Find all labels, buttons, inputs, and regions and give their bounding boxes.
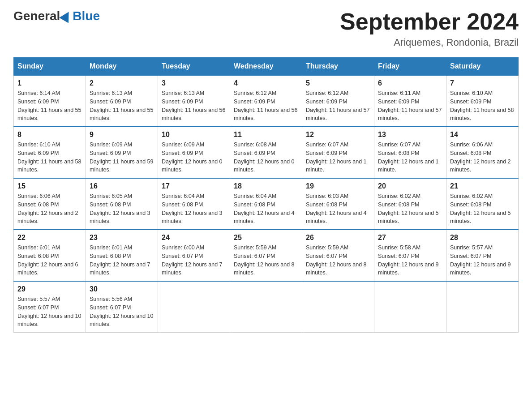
day-info: Sunrise: 6:05 AM Sunset: 6:08 PM Dayligh… [90,192,154,226]
day-info: Sunrise: 6:10 AM Sunset: 6:09 PM Dayligh… [17,141,82,174]
day-info: Sunrise: 6:01 AM Sunset: 6:08 PM Dayligh… [17,244,82,277]
day-info: Sunrise: 5:58 AM Sunset: 6:07 PM Dayligh… [378,244,442,277]
day-info: Sunrise: 6:06 AM Sunset: 6:08 PM Dayligh… [450,141,515,174]
day-info: Sunrise: 6:14 AM Sunset: 6:09 PM Dayligh… [17,89,82,123]
day-info: Sunrise: 5:59 AM Sunset: 6:07 PM Dayligh… [234,244,298,277]
day-cell: 26 Sunrise: 5:59 AM Sunset: 6:07 PM Dayl… [302,230,374,281]
calendar-subtitle: Ariquemes, Rondonia, Brazil [340,37,519,48]
day-number: 23 [90,234,154,242]
day-cell: 1 Sunrise: 6:14 AM Sunset: 6:09 PM Dayli… [14,75,86,127]
day-info: Sunrise: 6:09 AM Sunset: 6:09 PM Dayligh… [162,141,226,174]
day-number: 15 [17,182,82,190]
day-cell: 23 Sunrise: 6:01 AM Sunset: 6:08 PM Dayl… [86,230,158,281]
col-tuesday: Tuesday [158,58,230,76]
day-cell: 30 Sunrise: 5:56 AM Sunset: 6:07 PM Dayl… [86,281,158,333]
day-cell [302,281,374,333]
day-cell: 22 Sunrise: 6:01 AM Sunset: 6:08 PM Dayl… [14,230,86,281]
day-info: Sunrise: 6:12 AM Sunset: 6:09 PM Dayligh… [234,89,298,123]
day-cell: 8 Sunrise: 6:10 AM Sunset: 6:09 PM Dayli… [14,127,86,178]
day-number: 13 [378,131,442,139]
day-info: Sunrise: 6:07 AM Sunset: 6:08 PM Dayligh… [378,141,442,174]
day-cell: 7 Sunrise: 6:10 AM Sunset: 6:09 PM Dayli… [446,75,519,127]
day-number: 7 [450,79,515,87]
day-info: Sunrise: 5:59 AM Sunset: 6:07 PM Dayligh… [306,244,370,277]
day-cell: 18 Sunrise: 6:04 AM Sunset: 6:08 PM Dayl… [230,178,302,230]
day-number: 30 [90,285,154,293]
day-cell: 16 Sunrise: 6:05 AM Sunset: 6:08 PM Dayl… [86,178,158,230]
col-friday: Friday [374,58,446,76]
day-number: 29 [17,285,82,293]
day-number: 4 [234,79,298,87]
col-saturday: Saturday [446,58,519,76]
title-area: September 2024 Ariquemes, Rondonia, Braz… [340,9,519,48]
week-row-4: 22 Sunrise: 6:01 AM Sunset: 6:08 PM Dayl… [14,230,519,281]
day-number: 27 [378,234,442,242]
day-number: 1 [17,79,82,87]
day-number: 9 [90,131,154,139]
logo-blue-text: Blue [73,9,100,23]
day-cell [374,281,446,333]
day-info: Sunrise: 6:12 AM Sunset: 6:09 PM Dayligh… [306,89,370,123]
day-cell: 10 Sunrise: 6:09 AM Sunset: 6:09 PM Dayl… [158,127,230,178]
day-number: 22 [17,234,82,242]
week-row-1: 1 Sunrise: 6:14 AM Sunset: 6:09 PM Dayli… [14,75,519,127]
day-cell: 28 Sunrise: 5:57 AM Sunset: 6:07 PM Dayl… [446,230,519,281]
day-number: 28 [450,234,515,242]
day-number: 16 [90,182,154,190]
day-number: 20 [378,182,442,190]
day-number: 3 [162,79,226,87]
day-info: Sunrise: 6:04 AM Sunset: 6:08 PM Dayligh… [234,192,298,226]
day-cell: 19 Sunrise: 6:03 AM Sunset: 6:08 PM Dayl… [302,178,374,230]
week-row-2: 8 Sunrise: 6:10 AM Sunset: 6:09 PM Dayli… [14,127,519,178]
day-cell: 9 Sunrise: 6:09 AM Sunset: 6:09 PM Dayli… [86,127,158,178]
day-info: Sunrise: 6:06 AM Sunset: 6:08 PM Dayligh… [17,192,82,226]
day-cell: 21 Sunrise: 6:02 AM Sunset: 6:08 PM Dayl… [446,178,519,230]
day-info: Sunrise: 6:02 AM Sunset: 6:08 PM Dayligh… [450,192,515,226]
col-thursday: Thursday [302,58,374,76]
logo: General Blue [13,9,100,23]
day-number: 26 [306,234,370,242]
day-number: 21 [450,182,515,190]
day-info: Sunrise: 5:57 AM Sunset: 6:07 PM Dayligh… [17,295,82,329]
logo-triangle-icon [59,9,73,23]
day-cell: 13 Sunrise: 6:07 AM Sunset: 6:08 PM Dayl… [374,127,446,178]
day-cell [158,281,230,333]
day-cell: 15 Sunrise: 6:06 AM Sunset: 6:08 PM Dayl… [14,178,86,230]
day-cell: 11 Sunrise: 6:08 AM Sunset: 6:09 PM Dayl… [230,127,302,178]
col-sunday: Sunday [14,58,86,76]
day-number: 2 [90,79,154,87]
day-info: Sunrise: 6:11 AM Sunset: 6:09 PM Dayligh… [378,89,442,123]
header: General Blue September 2024 Ariquemes, R… [13,9,519,48]
day-number: 18 [234,182,298,190]
day-number: 6 [378,79,442,87]
day-cell: 3 Sunrise: 6:13 AM Sunset: 6:09 PM Dayli… [158,75,230,127]
week-row-5: 29 Sunrise: 5:57 AM Sunset: 6:07 PM Dayl… [14,281,519,333]
day-cell: 29 Sunrise: 5:57 AM Sunset: 6:07 PM Dayl… [14,281,86,333]
day-number: 8 [17,131,82,139]
day-number: 24 [162,234,226,242]
header-row: Sunday Monday Tuesday Wednesday Thursday… [14,58,519,76]
day-cell: 4 Sunrise: 6:12 AM Sunset: 6:09 PM Dayli… [230,75,302,127]
day-cell: 14 Sunrise: 6:06 AM Sunset: 6:08 PM Dayl… [446,127,519,178]
day-cell [230,281,302,333]
day-cell: 2 Sunrise: 6:13 AM Sunset: 6:09 PM Dayli… [86,75,158,127]
day-info: Sunrise: 6:07 AM Sunset: 6:09 PM Dayligh… [306,141,370,174]
calendar-title: September 2024 [340,9,519,34]
col-monday: Monday [86,58,158,76]
day-info: Sunrise: 5:56 AM Sunset: 6:07 PM Dayligh… [90,295,154,329]
day-number: 19 [306,182,370,190]
day-number: 10 [162,131,226,139]
day-cell: 24 Sunrise: 6:00 AM Sunset: 6:07 PM Dayl… [158,230,230,281]
day-info: Sunrise: 6:01 AM Sunset: 6:08 PM Dayligh… [90,244,154,277]
day-cell: 12 Sunrise: 6:07 AM Sunset: 6:09 PM Dayl… [302,127,374,178]
day-cell [446,281,519,333]
day-number: 25 [234,234,298,242]
day-info: Sunrise: 6:09 AM Sunset: 6:09 PM Dayligh… [90,141,154,174]
day-info: Sunrise: 6:04 AM Sunset: 6:08 PM Dayligh… [162,192,226,226]
day-cell: 27 Sunrise: 5:58 AM Sunset: 6:07 PM Dayl… [374,230,446,281]
day-info: Sunrise: 6:00 AM Sunset: 6:07 PM Dayligh… [162,244,226,277]
day-number: 17 [162,182,226,190]
day-number: 5 [306,79,370,87]
day-info: Sunrise: 6:08 AM Sunset: 6:09 PM Dayligh… [234,141,298,174]
day-info: Sunrise: 6:10 AM Sunset: 6:09 PM Dayligh… [450,89,515,123]
